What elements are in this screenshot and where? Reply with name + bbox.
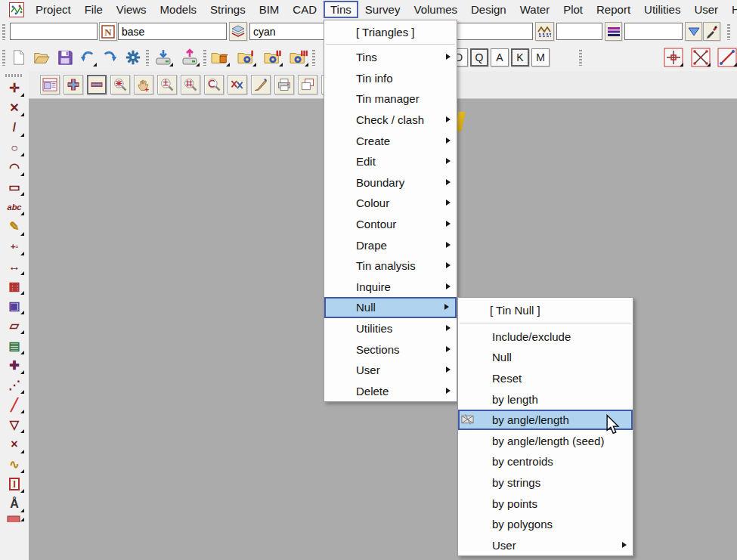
undo-icon[interactable] <box>77 48 97 67</box>
tins-menu-item[interactable]: Create <box>324 130 457 151</box>
toolbar-drag-handle[interactable] <box>2 24 5 40</box>
menubar-item[interactable]: Design <box>464 1 513 18</box>
toolbar-drag-handle[interactable] <box>727 24 730 40</box>
eyedropper-icon[interactable] <box>703 22 720 41</box>
delete-view-icon[interactable] <box>228 75 247 94</box>
menubar-item[interactable]: Survey <box>358 1 407 18</box>
arc-tool[interactable]: ◠ <box>3 158 26 178</box>
tins-menu-item[interactable]: Delete <box>324 380 457 401</box>
point-snap-tool[interactable]: ✛ <box>3 79 26 98</box>
menubar-item[interactable]: BIM <box>252 1 286 18</box>
toggle-key-button[interactable]: Q <box>470 48 488 67</box>
tins-menu-item[interactable]: User <box>324 360 457 381</box>
toggle-key-button[interactable]: M <box>531 48 550 67</box>
menubar-item[interactable]: Help <box>725 1 737 18</box>
menubar-item[interactable]: Tins <box>324 1 358 18</box>
zoom-all-icon[interactable] <box>181 75 200 94</box>
rectangle-tool[interactable]: ▭ <box>3 178 26 197</box>
tins-menu-item[interactable]: Contour <box>324 214 457 235</box>
tin-null-menu-item[interactable]: by points <box>458 493 633 514</box>
folder-gear-2-icon[interactable] <box>263 48 283 67</box>
zoom-previous-icon[interactable] <box>204 75 224 94</box>
cad-name-input[interactable] <box>10 23 98 40</box>
settings-gear-icon[interactable] <box>123 48 143 67</box>
model-folder-icon[interactable] <box>210 48 230 67</box>
symbol-paint-tool[interactable]: ✎ <box>3 217 26 237</box>
colour-line-tool[interactable]: ╱ <box>3 395 26 415</box>
menubar-item[interactable]: Plot <box>556 1 590 18</box>
polygon-tool[interactable]: ▱ <box>3 316 26 336</box>
tin-surface-icon[interactable] <box>535 22 554 41</box>
tin-null-menu-item[interactable]: by polygons <box>458 514 633 535</box>
toolbar-drag-handle[interactable] <box>5 74 23 77</box>
tin-null-menu-item[interactable]: User <box>458 534 633 555</box>
tins-menu-item[interactable]: Colour <box>324 193 457 214</box>
tin-null-menu-item[interactable]: by length <box>458 388 633 410</box>
tins-menu-item[interactable]: Drape <box>324 234 457 255</box>
tins-menu-title[interactable]: [ Triangles ] <box>324 23 457 42</box>
name-box-icon[interactable]: N <box>99 22 117 41</box>
tins-menu-item[interactable]: Tins <box>324 47 457 68</box>
node-edit-tool[interactable]: +▫ <box>3 237 26 257</box>
menubar-item[interactable]: Models <box>153 1 203 18</box>
menubar-item[interactable]: Utilities <box>637 1 687 18</box>
tins-menu-item[interactable]: Tin info <box>324 68 457 89</box>
folder-gear-3-icon[interactable] <box>289 48 308 67</box>
menubar-item[interactable]: Report <box>590 1 637 18</box>
line-tool[interactable]: / <box>3 118 26 138</box>
import-icon[interactable] <box>153 48 173 67</box>
boundary-tool[interactable]: ▽ <box>3 415 26 435</box>
tins-menu-item[interactable]: Check / clash <box>324 110 457 131</box>
tins-menu-item[interactable]: Utilities <box>324 318 457 339</box>
tin-null-menu-item[interactable]: Null <box>458 347 633 368</box>
menubar-item[interactable]: Views <box>110 1 153 18</box>
duplicate-view-tool[interactable]: ▣ <box>3 296 26 316</box>
move-tool[interactable]: ✚ <box>3 356 26 376</box>
fit-extents-icon[interactable] <box>110 75 130 94</box>
tin-null-menu-item[interactable]: by strings <box>458 472 633 493</box>
copy-view-icon[interactable] <box>298 75 317 94</box>
linestyle-icon[interactable] <box>605 22 622 41</box>
grid-tool[interactable]: ▦ <box>3 277 26 296</box>
tin-null-menu-item[interactable]: by centroids <box>458 451 633 472</box>
tins-menu-item[interactable]: Tin analysis <box>324 255 457 277</box>
zoom-dynamic-icon[interactable] <box>157 75 177 94</box>
tins-menu-item[interactable]: Null <box>324 297 457 318</box>
tins-menu-item[interactable]: Boundary <box>324 172 457 193</box>
view-menu-icon[interactable] <box>40 75 60 94</box>
menubar-item[interactable]: Project <box>29 1 78 18</box>
tins-menu-item[interactable]: Tin manager <box>324 88 457 110</box>
folder-gear-1-icon[interactable] <box>237 48 256 67</box>
cad-model-input[interactable] <box>118 23 227 40</box>
toolbar-drag-handle[interactable] <box>2 50 5 66</box>
redraw-brush-icon[interactable] <box>251 75 271 94</box>
tins-menu-item[interactable]: Inquire <box>324 276 457 297</box>
snap-line-icon[interactable] <box>717 48 737 67</box>
clipped-tool-icon[interactable] <box>3 514 26 523</box>
pan-hand-icon[interactable] <box>134 75 153 94</box>
multi-point-tool[interactable]: ✕ <box>3 98 26 118</box>
cad-tin-input[interactable] <box>556 23 602 40</box>
new-document-icon[interactable] <box>9 48 29 67</box>
menubar-item[interactable]: Water <box>513 1 556 18</box>
menubar-item[interactable]: User <box>687 1 725 18</box>
menubar-item[interactable]: CAD <box>286 1 324 18</box>
toggle-key-button[interactable]: K <box>511 48 529 67</box>
dropdown-triangle-icon[interactable] <box>685 22 702 41</box>
cad-style-input[interactable] <box>624 23 683 40</box>
survey-peg-tool[interactable]: Å <box>3 494 26 514</box>
open-folder-icon[interactable] <box>32 48 51 67</box>
redo-icon[interactable] <box>101 48 120 67</box>
annotate-tool[interactable]: I <box>3 475 26 494</box>
measure-tool[interactable]: ↔ <box>3 257 26 277</box>
plot-printer-icon[interactable] <box>274 75 294 94</box>
image-tool[interactable]: ▤ <box>3 336 26 355</box>
delete-point-tool[interactable]: × <box>3 435 26 454</box>
tins-menu-item[interactable]: Edit <box>324 151 457 172</box>
freehand-tool[interactable]: ∿ <box>3 455 26 475</box>
tin-null-menu-title[interactable]: [ Tin Null ] <box>458 300 633 320</box>
interpolate-tool[interactable]: ⋰ <box>3 376 26 395</box>
toggle-key-button[interactable]: A <box>491 48 509 67</box>
text-tool[interactable]: abc <box>3 197 26 217</box>
tin-null-menu-item[interactable]: Reset <box>458 368 633 389</box>
